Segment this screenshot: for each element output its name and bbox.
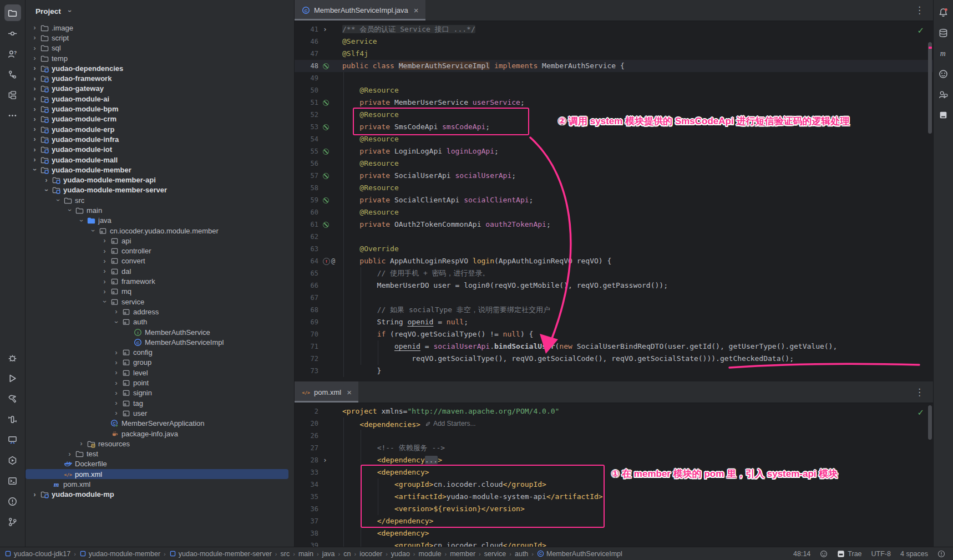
chevron-expanded-icon[interactable]: › (67, 206, 73, 215)
chevron-collapsed-icon[interactable]: › (111, 400, 121, 406)
caret-position[interactable]: 48:14 (793, 550, 810, 558)
chevron-collapsed-icon[interactable]: › (100, 288, 109, 295)
chevron-collapsed-icon[interactable]: › (30, 55, 39, 62)
tree-item-script[interactable]: ›script (26, 33, 294, 43)
tab-pom-xml[interactable]: </> pom.xml × (295, 381, 358, 403)
more-icon[interactable] (4, 107, 21, 124)
breadcrumb-item-member[interactable]: member (450, 550, 475, 558)
chevron-collapsed-icon[interactable]: › (30, 45, 39, 52)
tree-item-yudao-module-mp[interactable]: ›yudao-module-mp (26, 490, 294, 500)
editor-options-kebab-icon[interactable]: ⋮ (915, 386, 933, 398)
tree-item-level[interactable]: ›level (26, 368, 294, 378)
chevron-collapsed-icon[interactable]: › (77, 440, 86, 447)
spring-bean-icon[interactable] (323, 100, 329, 106)
tree-item-pom-xml[interactable]: mpom.xml (26, 479, 294, 489)
chevron-expanded-icon[interactable]: › (102, 297, 108, 307)
scrollbar-thumb[interactable] (928, 42, 932, 134)
ai-chat-icon[interactable] (936, 88, 951, 101)
tree-item-service[interactable]: ›service (26, 297, 294, 307)
tree-item-yudao-module-erp[interactable]: ›yudao-module-erp (26, 124, 294, 134)
tree-item-signin[interactable]: ›signin (26, 388, 294, 398)
trae-indicator[interactable]: Trae (837, 550, 861, 558)
tree-item-yudao-module-member-server[interactable]: ›yudao-module-member-server (26, 185, 294, 195)
services-icon[interactable] (4, 452, 21, 469)
breadcrumb-item-yudao[interactable]: yudao (391, 550, 410, 558)
tree-item-yudao-framework[interactable]: ›yudao-framework (26, 73, 294, 83)
project-folder-icon[interactable] (4, 4, 21, 21)
tree-item-memberserverapplication[interactable]: CMemberServerApplication (26, 419, 294, 429)
tree-item-yudao-gateway[interactable]: ›yudao-gateway (26, 84, 294, 94)
tree-item-main[interactable]: ›main (26, 205, 294, 215)
spring-bean-icon[interactable] (323, 197, 329, 203)
spring-bean-icon[interactable] (323, 173, 329, 179)
chevron-expanded-icon[interactable]: › (55, 196, 62, 205)
build-icon[interactable] (4, 390, 21, 407)
chevron-collapsed-icon[interactable]: › (111, 359, 121, 366)
tree-item-yudao-module-member[interactable]: ›yudao-module-member (26, 165, 294, 175)
structure-icon[interactable] (4, 86, 21, 103)
ai-assistant-indicator[interactable] (820, 550, 828, 558)
tree-item-cn-iocoder-yudao-module-member[interactable]: ›cn.iocoder.yudao.module.member (26, 226, 294, 236)
editor-options-kebab-icon[interactable]: ⋮ (915, 4, 933, 16)
git-branch-icon[interactable] (4, 513, 21, 530)
chevron-collapsed-icon[interactable]: › (30, 85, 39, 92)
remote-dev-icon[interactable] (4, 431, 21, 448)
chevron-collapsed-icon[interactable]: › (100, 248, 109, 254)
tab-member-auth-service-impl[interactable]: C MemberAuthServiceImpl.java × (295, 0, 425, 21)
breadcrumb-item-memberauthserviceimpl[interactable]: CMemberAuthServiceImpl (537, 550, 622, 558)
chevron-collapsed-icon[interactable]: › (30, 146, 39, 153)
close-icon[interactable]: × (414, 6, 419, 15)
run-icon[interactable] (4, 370, 21, 386)
tree-item-auth[interactable]: ›auth (26, 317, 294, 327)
debug-icon[interactable] (4, 349, 21, 366)
tree-item-dockerfile[interactable]: Dockerfile (26, 459, 294, 469)
breadcrumb-item-src[interactable]: src (281, 550, 290, 558)
ai-robot-icon[interactable] (936, 67, 951, 80)
tree-item-pom-xml[interactable]: </>pom.xml (26, 469, 288, 479)
chevron-collapsed-icon[interactable]: › (111, 380, 121, 386)
tree-item-yudao-module-mall[interactable]: ›yudao-module-mall (26, 155, 294, 165)
tree-item-yudao-module-member-api[interactable]: ›yudao-module-member-api (26, 175, 294, 185)
tree-item-yudao-module-infra[interactable]: ›yudao-module-infra (26, 134, 294, 144)
commit-icon[interactable] (4, 25, 21, 42)
inspections-ok-icon[interactable]: ✓ (917, 408, 924, 418)
close-icon[interactable]: × (347, 388, 352, 397)
fold-arrow-icon[interactable]: › (323, 23, 327, 35)
user-help-icon[interactable]: ? (4, 45, 21, 62)
chevron-collapsed-icon[interactable]: › (100, 278, 109, 285)
tree-item-yudao-module-ai[interactable]: ›yudao-module-ai (26, 94, 294, 104)
tree-item-api[interactable]: ›api (26, 236, 294, 246)
chevron-expanded-icon[interactable]: › (113, 317, 120, 327)
indent-style[interactable]: 4 spaces (900, 550, 928, 558)
overrides-icon[interactable]: ↑ (323, 258, 330, 265)
chevron-collapsed-icon[interactable]: › (100, 258, 109, 264)
breadcrumb-item-cn[interactable]: cn (343, 550, 351, 558)
chevron-collapsed-icon[interactable]: › (30, 106, 39, 113)
chevron-collapsed-icon[interactable]: › (30, 65, 39, 72)
breadcrumb-item-iocoder[interactable]: iocoder (359, 550, 382, 558)
chevron-collapsed-icon[interactable]: › (65, 451, 74, 457)
chevron-collapsed-icon[interactable]: › (30, 95, 39, 102)
tree-item-yudao-module-crm[interactable]: ›yudao-module-crm (26, 114, 294, 124)
tree-item-src[interactable]: ›src (26, 195, 294, 205)
chevron-collapsed-icon[interactable]: › (30, 491, 39, 498)
database-icon[interactable] (936, 26, 951, 39)
tree-item-point[interactable]: ›point (26, 378, 294, 388)
spring-bean-icon[interactable] (323, 63, 329, 69)
tree-item-config[interactable]: ›config (26, 348, 294, 358)
spring-bean-icon[interactable] (323, 222, 329, 228)
chevron-expanded-icon[interactable]: › (32, 165, 38, 175)
breadcrumb-item-yudao-module-member[interactable]: yudao-module-member (79, 550, 160, 558)
chevron-collapsed-icon[interactable]: › (30, 126, 39, 133)
tree-item-java[interactable]: ›java (26, 216, 294, 226)
scrollbar-thumb[interactable] (928, 405, 932, 440)
chevron-collapsed-icon[interactable]: › (30, 34, 39, 41)
breadcrumb-item-auth[interactable]: auth (515, 550, 528, 558)
maven-icon[interactable]: m (936, 47, 951, 60)
inspections-ok-icon[interactable]: ✓ (917, 26, 924, 35)
tree-item-user[interactable]: ›user (26, 408, 294, 418)
file-encoding[interactable]: UTF-8 (871, 550, 891, 558)
tree-item-convert[interactable]: ›convert (26, 256, 294, 266)
bottom-panel-icon[interactable] (936, 108, 951, 121)
add-starters-inlay[interactable]: Add Starters... (425, 418, 476, 430)
